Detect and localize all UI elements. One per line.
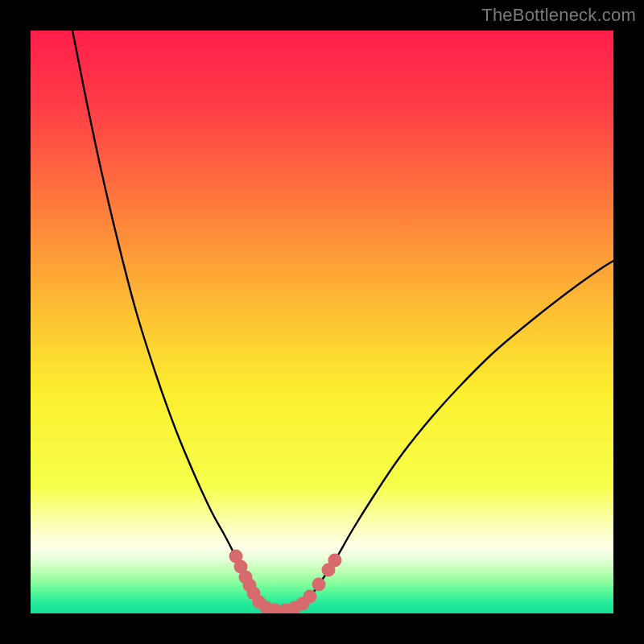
watermark-text: TheBottleneck.com (481, 5, 636, 26)
chart-plot (31, 31, 613, 613)
gradient-background (31, 31, 613, 613)
chart-frame: TheBottleneck.com (0, 0, 644, 644)
curve-marker (328, 554, 342, 568)
curve-marker (312, 578, 326, 592)
curve-marker (303, 590, 317, 604)
